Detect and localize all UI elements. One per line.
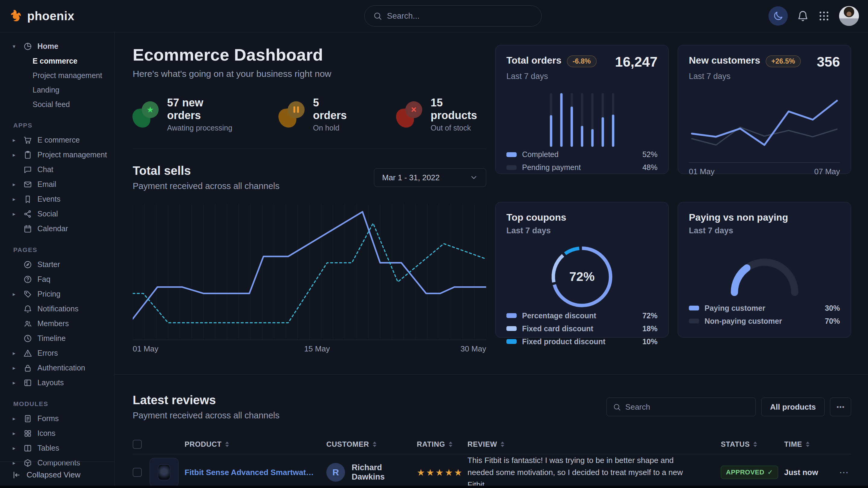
customer-name: Richard Dawkins <box>352 463 417 482</box>
legend-label: Completed <box>522 150 559 159</box>
sidebar-item-members[interactable]: Members <box>0 316 114 331</box>
tag-icon <box>23 290 32 299</box>
x-axis-label: 01 May <box>133 344 158 354</box>
x-icon: × <box>411 104 416 115</box>
collapse-view-button[interactable]: Collapsed View <box>0 461 114 488</box>
legend-label: Percentage discount <box>522 312 596 320</box>
stat-caption: Out of stock <box>431 124 486 132</box>
sidebar-item-label: Faq <box>37 275 50 284</box>
row-checkbox[interactable] <box>133 468 142 477</box>
sidebar-item-authentication[interactable]: ▸Authentication <box>0 360 114 375</box>
page-title: Ecommerce Dashboard <box>133 45 486 65</box>
grid-icon <box>818 10 830 22</box>
column-header-status[interactable]: STATUS <box>721 440 784 449</box>
sidebar: ▾HomeE commerceProject managementLanding… <box>0 32 115 488</box>
sidebar-item-starter[interactable]: Starter <box>0 257 114 272</box>
dark-mode-toggle[interactable] <box>769 6 788 26</box>
sidebar-item-project-management[interactable]: Project management <box>0 68 114 83</box>
global-search[interactable] <box>364 5 542 27</box>
global-search-input[interactable] <box>387 11 533 21</box>
column-header-customer[interactable]: CUSTOMER <box>326 440 417 449</box>
bell-icon <box>797 10 809 22</box>
x-axis-label: 01 May <box>689 167 714 176</box>
row-more-button[interactable]: ⋯ <box>839 466 851 478</box>
sidebar-item-label: Authentication <box>37 363 85 372</box>
column-header-time[interactable]: TIME <box>784 440 832 449</box>
reviews-search-input[interactable] <box>625 402 749 412</box>
reviews-search[interactable] <box>607 398 756 416</box>
time-text: Just now <box>784 468 832 477</box>
caret-right-icon: ▸ <box>13 211 18 217</box>
apps-grid-button[interactable] <box>818 10 830 22</box>
product-link[interactable]: Fitbit Sense Advanced Smartwatch with To… <box>185 468 326 477</box>
lock-icon <box>23 363 32 372</box>
legend-value: 48% <box>642 163 657 172</box>
sidebar-item-email[interactable]: ▸Email <box>0 177 114 192</box>
more-options-button[interactable]: ⋯ <box>830 398 851 416</box>
table-row: Fitbit Sense Advanced Smartwatch with To… <box>133 454 851 488</box>
share-icon <box>23 209 32 219</box>
sidebar-item-forms[interactable]: ▸Forms <box>0 411 114 426</box>
sidebar-item-notifications[interactable]: Notifications <box>0 301 114 316</box>
sidebar-item-calendar[interactable]: Calendar <box>0 221 114 236</box>
card-period: Last 7 days <box>506 226 657 235</box>
question-icon <box>23 275 32 284</box>
select-all-checkbox[interactable] <box>133 440 142 449</box>
sidebar-item-errors[interactable]: ▸Errors <box>0 346 114 360</box>
column-header-product[interactable]: PRODUCT <box>185 440 326 449</box>
sidebar-item-pricing[interactable]: ▸Pricing <box>0 287 114 301</box>
brand-name: phoenix <box>27 9 74 23</box>
stat-value: 5 orders <box>313 96 351 122</box>
legend-label: Pending payment <box>522 163 581 172</box>
sort-icon <box>373 442 376 447</box>
date-range-select[interactable]: Mar 1 - 31, 2022 <box>374 168 486 187</box>
sidebar-item-timeline[interactable]: Timeline <box>0 331 114 346</box>
product-thumbnail[interactable] <box>150 458 179 487</box>
user-avatar[interactable] <box>839 6 859 26</box>
column-header-rating[interactable]: RATING <box>417 440 467 449</box>
sidebar-item-layouts[interactable]: ▸Layouts <box>0 375 114 390</box>
sidebar-item-icons[interactable]: ▸Icons <box>0 426 114 441</box>
sidebar-item-social-feed[interactable]: Social feed <box>0 97 114 111</box>
sidebar-item-e-commerce[interactable]: E commerce <box>0 54 114 68</box>
legend-label: Fixed card discount <box>522 324 593 333</box>
sidebar-item-events[interactable]: ▸Events <box>0 192 114 206</box>
sidebar-item-tables[interactable]: ▸Tables <box>0 441 114 455</box>
column-header-review[interactable]: REVIEW <box>467 440 721 449</box>
sidebar-item-social[interactable]: ▸Social <box>0 206 114 221</box>
sidebar-item-landing[interactable]: Landing <box>0 83 114 97</box>
paying-gauge-chart <box>727 255 802 300</box>
email-icon <box>23 180 32 189</box>
trend-badge: +26.5% <box>766 56 801 67</box>
notifications-button[interactable] <box>797 10 809 22</box>
legend-value: 30% <box>825 304 840 313</box>
sidebar-item-label: E commerce <box>37 136 80 144</box>
sort-icon <box>806 442 809 447</box>
legend-value: 72% <box>642 312 657 320</box>
sidebar-section-label: PAGES <box>13 246 114 254</box>
warning-icon <box>23 349 32 358</box>
card-period: Last 7 days <box>506 72 657 81</box>
sidebar-item-project-management[interactable]: ▸Project management <box>0 148 114 162</box>
all-products-button[interactable]: All products <box>761 398 825 416</box>
sidebar-item-label: Members <box>37 319 69 328</box>
sidebar-item-chat[interactable]: Chat <box>0 162 114 177</box>
sidebar-item-label: Calendar <box>37 224 68 233</box>
sidebar-item-faq[interactable]: Faq <box>0 272 114 287</box>
compass-icon <box>23 260 32 269</box>
sidebar-item-home[interactable]: ▾Home <box>0 39 114 54</box>
legend-label: Non-paying customer <box>705 317 782 326</box>
watch-image <box>158 464 170 481</box>
legend-label: Paying customer <box>705 304 765 313</box>
x-axis-label: 07 May <box>814 167 840 176</box>
collapse-label: Collapsed View <box>27 470 81 480</box>
sidebar-item-label: Chat <box>37 165 53 174</box>
brand[interactable]: phoenix <box>9 9 74 23</box>
sort-icon <box>225 442 229 447</box>
card-title: Paying vs non paying <box>689 212 788 223</box>
caret-right-icon: ▸ <box>13 445 18 452</box>
sidebar-item-e-commerce[interactable]: ▸E commerce <box>0 133 114 148</box>
stat-awating-processing: ★57 new ordersAwating processing <box>133 96 234 132</box>
stat-value: 15 products <box>431 96 486 122</box>
sidebar-item-label: Events <box>37 195 60 203</box>
